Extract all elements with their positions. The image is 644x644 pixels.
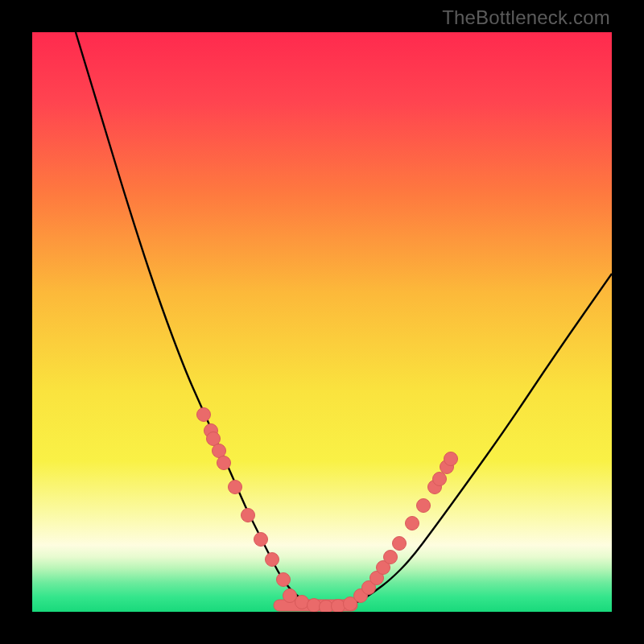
bottleneck-curve: [76, 32, 612, 607]
chart-frame: TheBottleneck.com: [0, 0, 644, 644]
data-dot: [295, 596, 309, 609]
data-dot: [444, 452, 458, 466]
data-dot: [320, 601, 333, 613]
data-dot: [406, 517, 419, 530]
data-dot: [266, 553, 279, 567]
data-dot: [384, 551, 398, 564]
curve-layer: [32, 32, 612, 612]
data-dot: [242, 509, 255, 522]
data-dot: [308, 599, 321, 613]
data-dot: [393, 537, 407, 551]
data-dot: [332, 600, 345, 613]
data-dot: [229, 481, 242, 494]
data-dot: [277, 573, 291, 587]
data-dot: [207, 432, 221, 446]
data-dot: [197, 408, 211, 422]
data-dot: [217, 456, 231, 470]
plot-area: [32, 32, 612, 612]
data-dot: [417, 499, 431, 513]
data-dot: [433, 473, 447, 486]
data-dot: [213, 444, 226, 458]
watermark-text: TheBottleneck.com: [442, 6, 610, 29]
data-dot: [283, 589, 297, 603]
data-dots: [197, 408, 458, 613]
data-dot: [254, 533, 268, 547]
